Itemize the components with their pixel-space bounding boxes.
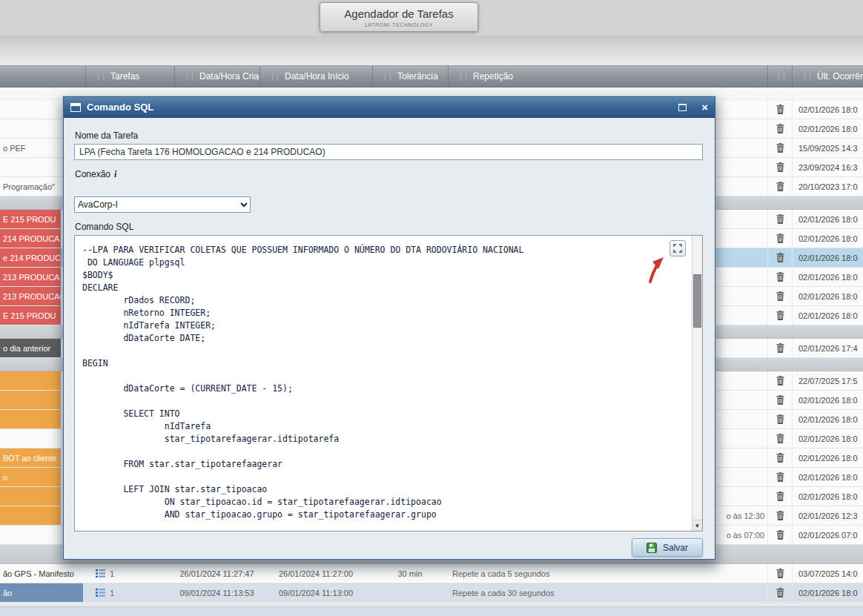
fullscreen-corners-icon (673, 244, 682, 253)
task-badge (0, 487, 61, 506)
column-header-actions[interactable]: ⋮⋮ (767, 66, 792, 87)
delete-icon[interactable] (776, 253, 784, 262)
delete-icon[interactable] (776, 105, 784, 114)
actions-cell (767, 306, 792, 325)
delete-icon[interactable] (776, 530, 784, 540)
column-header-tarefas[interactable]: ⋮⋮ Tarefas (85, 66, 174, 87)
column-header-repeticao[interactable]: ⋮⋮ Repetição (448, 66, 767, 87)
sql-code[interactable]: --LPA PARA VERIFICAR COLETAS QUE POSSUEM… (75, 236, 702, 521)
save-button[interactable]: Salvar (632, 538, 703, 557)
last-occurrence-cell: 02/01/2026 07:0 (792, 526, 863, 544)
actions-cell (767, 139, 792, 157)
column-header-criacao[interactable]: ⋮⋮ Data/Hora Criação (174, 66, 259, 87)
delete-icon[interactable] (776, 311, 784, 320)
delete-icon[interactable] (776, 511, 784, 520)
task-badge (0, 391, 61, 409)
column-grip-icon: ⋮⋮ (382, 73, 392, 80)
delete-icon[interactable] (776, 414, 784, 424)
column-header-tolerancia[interactable]: ⋮⋮ Tolerância (372, 66, 448, 87)
delete-icon[interactable] (776, 214, 784, 224)
column-header-ult-ocorrencia[interactable]: ⋮⋮ Últ. Ocorrênc (792, 66, 863, 87)
actions-cell (767, 100, 792, 119)
column-grip-icon: ⋮⋮ (801, 73, 812, 80)
task-name-input[interactable] (74, 144, 703, 160)
task-badge (0, 371, 61, 390)
last-occurrence-cell: 02/01/2026 18:0 (792, 429, 863, 448)
top-bar: Agendador de Tarefas LATROMI TECHNOLOGY (0, 0, 863, 36)
task-badge: o dia anterior (0, 339, 61, 357)
delete-icon[interactable] (776, 291, 784, 301)
delete-icon[interactable] (776, 491, 784, 501)
delete-icon[interactable] (776, 182, 784, 191)
delete-icon[interactable] (776, 395, 784, 405)
delete-icon[interactable] (776, 588, 784, 597)
table-header: ⋮⋮ Tarefas ⋮⋮ Data/Hora Criação ⋮⋮ Data/… (0, 65, 863, 87)
start-datetime-cell: 09/01/2024 11:13:00 (259, 583, 372, 602)
last-occurrence-cell: 02/01/2026 18:0 (792, 229, 863, 248)
task-scheduler-page: Agendador de Tarefas LATROMI TECHNOLOGY … (0, 0, 863, 616)
last-occurrence-cell: 02/01/2026 18:0 (792, 100, 863, 119)
last-occurrence-cell: 02/01/2026 18:0 (792, 119, 863, 138)
task-badge: o PEF (0, 139, 61, 157)
task-badge: e 214 PRODUC (0, 248, 61, 267)
actions-cell (767, 177, 792, 196)
column-header-inicio[interactable]: ⋮⋮ Data/Hora Início (259, 66, 372, 87)
scrollbar-thumb[interactable] (693, 274, 701, 328)
last-occurrence-cell: 02/01/2026 18:0 (792, 287, 863, 305)
delete-icon[interactable] (776, 162, 784, 172)
last-occurrence-cell: 02/01/2026 18:0 (792, 487, 863, 506)
task-name-label: Nome da Tarefa (75, 130, 703, 141)
column-grip-icon: ⋮⋮ (95, 73, 105, 80)
last-occurrence-cell: 03/07/2025 14:0 (792, 564, 863, 583)
tolerance-cell: 30 min (372, 564, 448, 583)
task-name-cell: ão GPS - Manifesto (0, 564, 85, 583)
repetition-cell: Repete a cada 5 segundos (448, 564, 767, 583)
task-count-cell: 1 (85, 564, 174, 583)
delete-icon[interactable] (776, 376, 784, 385)
list-icon (96, 589, 105, 597)
connection-select[interactable]: AvaCorp-I (74, 196, 251, 213)
maximize-icon[interactable] (678, 104, 687, 111)
actions-cell (767, 448, 792, 467)
scroll-down-arrow[interactable]: ▼ (692, 520, 702, 531)
actions-cell (767, 564, 792, 583)
last-occurrence-cell: 02/01/2026 18:0 (792, 410, 863, 428)
task-badge: 213 PRODUCAO (0, 287, 61, 305)
table-row[interactable]: ão 1 09/01/2024 11:13:53 09/01/2024 11:1… (0, 583, 863, 603)
horizontal-scrollbar[interactable] (0, 606, 863, 616)
delete-icon[interactable] (776, 453, 784, 463)
expand-icon[interactable] (669, 240, 686, 256)
table-row[interactable]: ão GPS - Manifesto 1 26/01/2024 11:27:47… (0, 564, 863, 583)
column-grip-icon: ⋮⋮ (184, 73, 194, 80)
last-occurrence-cell: 23/09/2024 16:3 (792, 158, 863, 176)
close-icon[interactable]: × (701, 102, 708, 113)
delete-icon[interactable] (776, 472, 784, 482)
delete-icon[interactable] (776, 124, 784, 133)
dialog-footer: Salvar (74, 538, 703, 557)
creation-datetime-cell: 09/01/2024 11:13:53 (174, 583, 259, 602)
column-header-name[interactable] (0, 66, 85, 87)
connection-label: Conexãoi (75, 169, 703, 180)
save-disk-icon (647, 543, 657, 553)
tolerance-cell (372, 583, 448, 602)
last-occurrence-cell: 15/09/2025 14:3 (792, 139, 863, 157)
task-badge: o (0, 468, 61, 486)
last-occurrence-cell: 02/01/2026 18:0 (792, 306, 863, 325)
last-occurrence-cell: 02/01/2026 18:0 (792, 448, 863, 467)
delete-icon[interactable] (776, 434, 784, 443)
delete-icon[interactable] (776, 343, 784, 353)
code-scrollbar[interactable]: ▼ (692, 236, 702, 531)
task-badge (0, 506, 61, 525)
actions-cell (767, 339, 792, 357)
task-count-cell: 1 (85, 583, 174, 602)
last-occurrence-cell: 02/01/2026 18:0 (792, 268, 863, 286)
last-occurrence-cell: 20/10/2023 17:0 (792, 177, 863, 196)
last-occurrence-cell: 02/01/2026 18:0 (792, 210, 863, 228)
task-badge: 213 PRODUCA (0, 268, 61, 286)
app-subtitle: LATROMI TECHNOLOGY (320, 22, 477, 27)
delete-icon[interactable] (776, 569, 784, 578)
delete-icon[interactable] (776, 272, 784, 282)
delete-icon[interactable] (776, 143, 784, 153)
delete-icon[interactable] (776, 234, 784, 243)
dialog-titlebar[interactable]: Comando SQL × (64, 97, 715, 118)
